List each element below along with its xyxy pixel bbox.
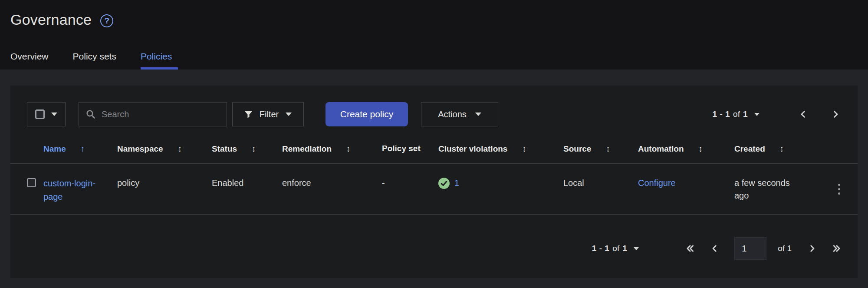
column-header-created[interactable]: Created ↕ <box>734 128 808 164</box>
tab-policies-label: Policies <box>141 51 172 61</box>
column-label: Remediation <box>282 144 332 153</box>
page-header: Governance ? Overview Policy sets Polici… <box>0 0 868 70</box>
policies-card: Filter Create policy Actions 1 - 1 of 1 <box>10 86 858 278</box>
policy-set-cell: - <box>382 164 438 215</box>
pagination-total: 1 <box>743 109 748 119</box>
cluster-violations-cell: 1 <box>438 164 563 215</box>
column-header-name[interactable]: Name ↑ <box>43 128 117 164</box>
tab-overview-label: Overview <box>10 51 49 61</box>
actions-label: Actions <box>438 109 467 119</box>
column-header-policy-set: Policy set <box>382 128 438 164</box>
pagination-menu-toggle-bottom[interactable]: 1 - 1 of 1 <box>592 244 639 253</box>
search-input[interactable] <box>102 109 220 119</box>
filter-icon <box>244 110 253 119</box>
search-box[interactable] <box>79 102 227 126</box>
sort-icon: ↕ <box>698 144 703 153</box>
column-header-remediation[interactable]: Remediation ↕ <box>282 128 382 164</box>
column-label: Name <box>43 144 66 153</box>
row-checkbox-cell <box>10 164 43 215</box>
chevron-down-icon <box>475 113 481 116</box>
pagination-of: of <box>612 244 619 253</box>
tab-policies[interactable]: Policies <box>141 45 172 70</box>
prev-page-button[interactable] <box>796 107 811 122</box>
toolbar: Filter Create policy Actions 1 - 1 of 1 <box>10 86 858 126</box>
column-header-status[interactable]: Status ↕ <box>212 128 282 164</box>
pagination-bottom: 1 - 1 of 1 of 1 <box>10 237 858 278</box>
governance-page: Governance ? Overview Policy sets Polici… <box>0 0 868 288</box>
chevron-down-icon <box>754 113 760 116</box>
total-pages-label: of 1 <box>778 244 792 253</box>
row-actions-cell <box>808 164 858 215</box>
kebab-menu-button[interactable] <box>835 182 843 196</box>
column-header-source[interactable]: Source ↕ <box>563 128 638 164</box>
policy-name-link[interactable]: custom-login-page <box>43 177 107 204</box>
chevron-down-icon <box>634 247 639 250</box>
sort-ascending-icon: ↑ <box>80 144 85 153</box>
search-icon <box>86 109 95 119</box>
column-header-cluster-violations[interactable]: Cluster violations ↕ <box>438 128 563 164</box>
tab-bar: Overview Policy sets Policies <box>10 45 858 70</box>
sort-icon: ↕ <box>178 144 182 153</box>
source-cell: Local <box>563 164 638 215</box>
pagination-range: 1 - 1 <box>713 109 730 119</box>
name-cell: custom-login-page <box>43 164 117 215</box>
bulk-select-dropdown[interactable] <box>27 102 66 126</box>
sort-icon: ↕ <box>251 144 256 153</box>
pagination-of: of <box>733 109 740 119</box>
select-all-checkbox[interactable] <box>35 109 45 119</box>
chevron-right-icon <box>832 110 839 118</box>
automation-configure-link[interactable]: Configure <box>638 178 676 188</box>
namespace-cell: policy <box>117 164 212 215</box>
tab-policy-sets-label: Policy sets <box>73 51 116 61</box>
column-label: Created <box>734 144 765 153</box>
last-page-button[interactable] <box>829 241 845 256</box>
pagination-menu-toggle[interactable]: 1 - 1 of 1 <box>713 109 760 119</box>
column-label: Source <box>563 144 591 153</box>
help-icon[interactable]: ? <box>100 14 113 27</box>
cluster-violations-link[interactable]: 1 <box>454 177 459 189</box>
column-header-automation[interactable]: Automation ↕ <box>638 128 734 164</box>
chevron-left-icon <box>799 110 807 118</box>
column-label: Policy set <box>382 144 421 153</box>
current-page-input[interactable] <box>734 237 766 260</box>
header-actions-cell <box>808 128 858 164</box>
filter-label: Filter <box>260 109 279 119</box>
sort-icon: ↕ <box>779 144 784 153</box>
column-label: Namespace <box>117 144 163 153</box>
chevron-down-icon <box>51 113 57 116</box>
sort-icon: ↕ <box>346 144 350 153</box>
remediation-cell: enforce <box>282 164 382 215</box>
chevron-down-icon <box>286 113 292 116</box>
row-checkbox[interactable] <box>27 178 36 187</box>
double-chevron-left-icon <box>686 245 694 252</box>
filter-dropdown[interactable]: Filter <box>232 102 304 126</box>
chevron-left-icon <box>711 245 719 252</box>
column-header-namespace[interactable]: Namespace ↕ <box>117 128 212 164</box>
policies-table: Name ↑ Namespace ↕ Status ↕ Remediatio <box>10 128 858 215</box>
pagination-total: 1 <box>622 244 627 253</box>
pagination-top: 1 - 1 of 1 <box>713 107 843 122</box>
actions-dropdown[interactable]: Actions <box>421 102 498 126</box>
header-checkbox-cell <box>10 128 43 164</box>
column-label: Cluster violations <box>438 144 507 153</box>
column-label: Automation <box>638 144 684 153</box>
create-policy-button[interactable]: Create policy <box>326 102 408 126</box>
sort-icon: ↕ <box>522 144 526 153</box>
title-row: Governance ? <box>10 11 858 28</box>
chevron-right-icon <box>808 245 816 252</box>
prev-page-button-bottom[interactable] <box>707 241 722 256</box>
next-page-button-bottom[interactable] <box>805 241 819 256</box>
column-label: Status <box>212 144 237 153</box>
first-page-button[interactable] <box>682 241 698 256</box>
help-glyph: ? <box>104 16 109 26</box>
next-page-button[interactable] <box>828 107 843 122</box>
table-header-row: Name ↑ Namespace ↕ Status ↕ Remediatio <box>10 128 858 164</box>
tab-overview[interactable]: Overview <box>10 45 49 70</box>
double-chevron-right-icon <box>832 245 841 252</box>
table-row: custom-login-page policy Enabled enforce… <box>10 164 858 215</box>
status-cell: Enabled <box>212 164 282 215</box>
content-area: Filter Create policy Actions 1 - 1 of 1 <box>0 70 868 288</box>
tab-policy-sets[interactable]: Policy sets <box>73 45 116 70</box>
page-title: Governance <box>10 11 92 28</box>
compliant-check-circle-icon <box>438 178 450 189</box>
